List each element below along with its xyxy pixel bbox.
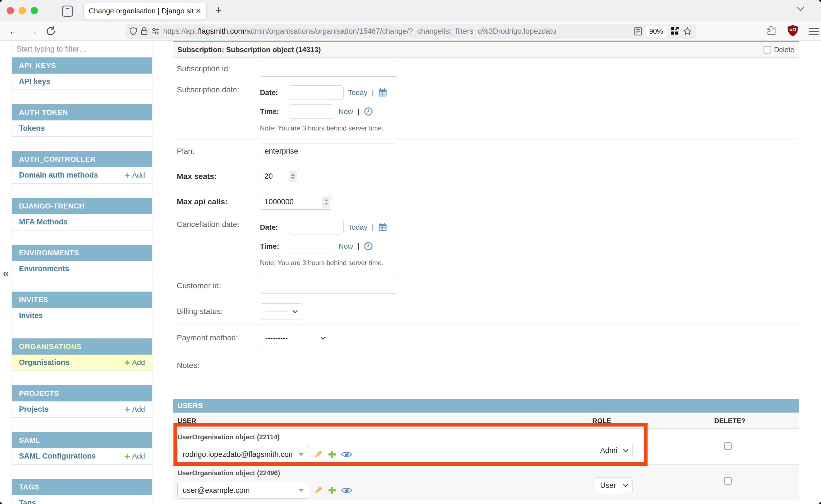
sidebar-item-invites[interactable]: Invites <box>12 308 152 324</box>
edit-pencil-icon[interactable] <box>313 485 323 495</box>
stepper-down-icon[interactable] <box>324 203 328 205</box>
max-seats-input[interactable]: 20 <box>260 169 299 184</box>
plan-input[interactable] <box>260 144 398 159</box>
sidebar-item-label[interactable]: Domain auth methods <box>19 171 98 180</box>
user-select[interactable]: rodrigo.lopezdato@flagsmith.com <box>177 446 309 463</box>
firefox-view-icon[interactable] <box>62 6 73 17</box>
customer-id-input[interactable] <box>260 278 398 294</box>
close-window-button[interactable] <box>7 7 14 14</box>
stepper-up-icon[interactable] <box>291 173 295 176</box>
add-plus-icon[interactable] <box>327 450 337 459</box>
subscription-date-input[interactable] <box>289 85 343 100</box>
url-bar[interactable]: https://api.flagsmith.com/admin/organisa… <box>125 24 696 39</box>
form-row-notes: Notes: <box>173 351 799 380</box>
ublock-origin-icon[interactable]: uO <box>787 25 799 37</box>
url-text[interactable]: https://api.flagsmith.com/admin/organisa… <box>163 27 556 36</box>
section-header: SAML <box>12 432 152 448</box>
today-link[interactable]: Today <box>348 88 367 97</box>
menu-hamburger-icon[interactable] <box>809 28 819 35</box>
cancellation-time-input[interactable] <box>289 239 334 253</box>
sidebar-item-label[interactable]: Tokens <box>19 124 45 133</box>
sidebar-item-saml-configurations[interactable]: SAML Configurations +Add <box>12 448 152 464</box>
view-eye-icon[interactable] <box>341 450 352 459</box>
sidebar-item-domain-auth-methods[interactable]: Domain auth methods +Add <box>12 167 152 183</box>
delete-subscription-checkbox[interactable] <box>764 46 771 54</box>
subscription-id-input[interactable] <box>260 61 398 77</box>
zoom-level-button[interactable]: 90% <box>646 26 667 37</box>
sidebar-filter-input[interactable] <box>12 43 152 55</box>
notes-input[interactable] <box>260 358 398 373</box>
add-link[interactable]: +Add <box>124 452 145 461</box>
new-tab-button[interactable]: + <box>215 4 222 16</box>
max-api-calls-input[interactable]: 1000000 <box>260 194 332 210</box>
view-eye-icon[interactable] <box>341 486 352 495</box>
forward-button[interactable]: → <box>27 25 38 37</box>
delete-user-checkbox[interactable] <box>724 477 732 485</box>
time-sublabel: Time: <box>260 107 284 116</box>
close-tab-icon[interactable]: ✕ <box>195 7 201 15</box>
clock-icon[interactable] <box>364 107 373 116</box>
edit-pencil-icon[interactable] <box>313 449 323 459</box>
add-link[interactable]: +Add <box>124 405 145 414</box>
delete-user-checkbox[interactable] <box>724 442 732 450</box>
tab-bar: Change organisation | Django site ad ✕ + <box>0 0 821 22</box>
date-line: Date: Today | <box>260 220 387 234</box>
delete-label: Delete <box>774 46 794 54</box>
site-permissions-icon[interactable] <box>151 28 159 35</box>
add-plus-icon[interactable] <box>327 486 337 495</box>
sidebar-item-mfa-methods[interactable]: MFA Methods <box>12 214 152 230</box>
sidebar-item-label[interactable]: Organisations <box>19 358 70 367</box>
extension-squares-icon[interactable] <box>670 27 679 36</box>
minimize-window-button[interactable] <box>19 7 26 14</box>
sidebar-item-label[interactable]: MFA Methods <box>19 218 68 226</box>
stepper-up-icon[interactable] <box>324 199 328 201</box>
now-link[interactable]: Now <box>338 107 353 116</box>
sidebar-item-environments[interactable]: Environments <box>12 261 152 277</box>
zoom-window-button[interactable] <box>31 7 38 14</box>
sidebar-item-tags[interactable]: Tags <box>12 495 152 504</box>
add-link[interactable]: +Add <box>124 358 145 367</box>
sidebar-item-projects[interactable]: Projects +Add <box>12 401 152 418</box>
reload-button[interactable] <box>45 26 56 37</box>
sidebar-item-label[interactable]: Tags <box>19 499 36 504</box>
today-link[interactable]: Today <box>348 223 367 232</box>
stepper-down-icon[interactable] <box>291 177 295 179</box>
sidebar-item-api-keys[interactable]: API keys <box>12 74 152 90</box>
sidebar-collapse-toggle[interactable]: « <box>3 267 9 280</box>
subscription-time-input[interactable] <box>289 104 334 119</box>
extensions-puzzle-icon[interactable] <box>766 25 777 36</box>
number-stepper[interactable] <box>289 171 297 182</box>
list-tabs-chevron-icon[interactable] <box>797 4 804 11</box>
sidebar-module-tags: TAGS Tags <box>12 479 152 504</box>
add-link[interactable]: +Add <box>124 171 145 180</box>
tracking-protection-shield-icon[interactable] <box>129 27 137 35</box>
field-label: Customer id: <box>173 281 260 290</box>
reader-mode-icon[interactable] <box>634 27 642 36</box>
sidebar-item-label[interactable]: Invites <box>19 311 43 320</box>
sidebar-item-organisations[interactable]: Organisations +Add <box>12 355 152 371</box>
sidebar-item-label[interactable]: Projects <box>19 405 49 414</box>
number-stepper[interactable] <box>322 196 330 208</box>
role-select[interactable]: Admin <box>595 443 633 458</box>
sidebar-item-tokens[interactable]: Tokens <box>12 120 152 137</box>
form-row-subscription-date: Subscription date: Date: Today | Time: <box>173 80 799 139</box>
navigation-toolbar: ← → https://api.flagsmith.com/admin/orga… <box>0 22 821 41</box>
calendar-icon[interactable] <box>378 88 387 97</box>
now-link[interactable]: Now <box>338 242 353 251</box>
back-button[interactable]: ← <box>8 25 19 37</box>
bookmark-star-icon[interactable] <box>683 27 692 36</box>
active-tab[interactable]: Change organisation | Django site ad ✕ <box>84 3 206 20</box>
lock-icon[interactable] <box>141 27 147 35</box>
user-select[interactable]: user@example.com <box>177 482 309 499</box>
sidebar-item-label[interactable]: Environments <box>19 265 69 273</box>
sidebar-item-label[interactable]: API keys <box>19 77 50 86</box>
cancellation-date-input[interactable] <box>289 220 343 234</box>
url-path: /admin/organisations/organisation/15467/… <box>244 27 556 35</box>
calendar-icon[interactable] <box>378 223 387 232</box>
role-select[interactable]: User <box>595 478 633 493</box>
sidebar-item-label[interactable]: SAML Configurations <box>19 452 96 461</box>
field-label: Billing status: <box>173 307 260 316</box>
payment-method-select[interactable]: --------- <box>260 330 330 346</box>
clock-icon[interactable] <box>364 242 373 251</box>
billing-status-select[interactable]: --------- <box>260 303 302 319</box>
